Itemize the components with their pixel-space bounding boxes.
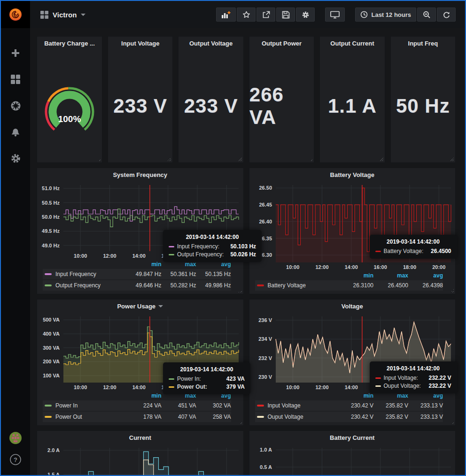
series-swatch xyxy=(169,378,174,380)
panel-title[interactable]: Input Freq xyxy=(391,37,455,50)
panel-output-power-stat: Output Power 266 VA xyxy=(249,36,314,163)
legend-header-avg[interactable]: avg xyxy=(408,272,443,279)
legend-row[interactable]: Power Out 178 VA 407 VA 258 VA xyxy=(43,412,231,422)
main-area: Victron xyxy=(30,1,465,475)
sidebar: ? xyxy=(1,1,30,475)
series-avg: 233.13 V xyxy=(408,402,443,409)
time-range-picker[interactable]: Last 12 hours xyxy=(355,8,416,22)
tooltip-row: Input Frequency: 50.103 Hz xyxy=(169,243,256,250)
battery-current-plot[interactable]: 1.0 A0.5 A xyxy=(249,444,456,475)
tooltip-row: Power Out: 379 VA xyxy=(169,384,245,390)
panel-title-text: System Frequency xyxy=(113,171,167,178)
panel-title[interactable]: Output Voltage xyxy=(179,37,243,50)
panel-title[interactable]: Battery Voltage xyxy=(249,168,456,181)
stat-body: 1.1 A xyxy=(320,50,384,162)
tooltip-row: Input Voltage: 232.22 V xyxy=(375,375,451,381)
sidebar-item-alerting[interactable] xyxy=(8,125,23,139)
series-swatch xyxy=(257,284,264,286)
legend-header-max[interactable]: max xyxy=(373,272,408,279)
panel-title[interactable]: Output Power xyxy=(249,37,314,50)
stat-body: 50 Hz xyxy=(391,50,455,162)
panel-title[interactable]: Battery Current xyxy=(249,431,456,444)
panel-title[interactable]: Output Current xyxy=(320,37,384,50)
svg-text:50.0 Hz: 50.0 Hz xyxy=(42,214,60,220)
chart-row-1: System Frequency 10:0012:0014:0016:0018:… xyxy=(37,168,456,294)
svg-text:18:00: 18:00 xyxy=(403,264,416,270)
legend-header-min[interactable]: min xyxy=(127,261,162,268)
series-min: 49.646 Hz xyxy=(127,282,162,289)
legend-header-max[interactable]: max xyxy=(373,392,408,399)
tooltip-time: 2019-03-14 14:42:00 xyxy=(375,238,451,245)
kiosk-mode-button[interactable] xyxy=(325,8,345,22)
dashboard-picker[interactable]: Victron xyxy=(40,11,85,19)
legend-row[interactable]: Input Frequency 49.847 Hz 50.361 Hz 50.1… xyxy=(43,269,231,279)
panel-title-text: Battery Charge ... xyxy=(44,40,95,47)
svg-text:2.0 A: 2.0 A xyxy=(47,447,60,453)
panel-title[interactable]: Battery Charge ... xyxy=(37,37,102,50)
tooltip-row: Battery Voltage: 26.4500 xyxy=(375,248,451,254)
monitor-icon xyxy=(330,11,340,19)
star-button[interactable] xyxy=(237,8,256,22)
series-max: 235.82 V xyxy=(373,402,408,409)
share-icon xyxy=(262,11,270,19)
sidebar-item-configuration[interactable] xyxy=(8,151,23,165)
panel-input-voltage-stat: Input Voltage 233 V xyxy=(108,36,173,163)
current-plot[interactable]: 2.0 A1.5 A xyxy=(37,444,243,475)
panel-title[interactable]: System Frequency xyxy=(37,168,243,181)
svg-text:12:00: 12:00 xyxy=(103,384,116,390)
legend-row[interactable]: Output Frequency 49.646 Hz 50.282 Hz 49.… xyxy=(43,280,231,291)
zoom-out-icon xyxy=(423,11,431,19)
legend-header-min[interactable]: min xyxy=(339,392,373,399)
share-button[interactable] xyxy=(256,8,275,22)
svg-text:232 V: 232 V xyxy=(258,355,272,361)
dashboard-title: Victron xyxy=(53,11,77,19)
legend-header-min[interactable]: min xyxy=(127,392,162,399)
legend-header-avg[interactable]: avg xyxy=(408,392,443,399)
legend-row[interactable]: Input Voltage 230.42 V 235.82 V 233.13 V xyxy=(255,400,443,411)
sidebar-item-explore[interactable] xyxy=(8,99,23,113)
panel-system-frequency: System Frequency 10:0012:0014:0016:0018:… xyxy=(37,168,244,294)
panel-title[interactable]: Power Usage xyxy=(37,299,243,313)
legend-row[interactable]: Power In 224 VA 451 VA 302 VA xyxy=(43,400,231,411)
panel-title-text: Input Freq xyxy=(408,40,438,47)
legend-header-max[interactable]: max xyxy=(162,261,196,268)
user-avatar[interactable] xyxy=(8,431,23,445)
panel-title-text: Battery Current xyxy=(330,434,374,441)
stat-value: 266 VA xyxy=(249,84,314,129)
panel-title[interactable]: Voltage xyxy=(249,299,456,313)
graph-tooltip: 2019-03-14 14:42:00 Power In: 423 VA Pow… xyxy=(163,362,250,394)
panel-menu-caret-icon xyxy=(158,305,163,307)
series-swatch xyxy=(375,385,381,387)
save-button[interactable] xyxy=(276,8,295,22)
legend-header-min[interactable]: min xyxy=(339,272,373,279)
stat-value: 50 Hz xyxy=(396,95,450,117)
help-button[interactable]: ? xyxy=(8,453,23,467)
legend: min max avg Battery Voltage 26.3100 26.4… xyxy=(249,271,456,294)
series-swatch xyxy=(45,405,52,407)
sidebar-item-create[interactable] xyxy=(8,46,23,60)
panel-title[interactable]: Current xyxy=(37,431,243,444)
legend-row[interactable]: Ouput Voltage 230.42 V 235.82 V 233.13 V xyxy=(255,412,443,422)
grafana-logo[interactable] xyxy=(1,1,30,28)
zoom-out-button[interactable] xyxy=(417,8,436,22)
save-icon xyxy=(282,11,290,19)
battery-charge-gauge: 100% xyxy=(37,50,102,164)
series-max: 50.361 Hz xyxy=(162,271,196,277)
panel-battery-current: Battery Current 1.0 A0.5 A xyxy=(249,430,456,475)
settings-button[interactable] xyxy=(296,8,315,22)
panel-title[interactable]: Input Voltage xyxy=(108,37,172,50)
svg-text:10:00: 10:00 xyxy=(74,253,87,259)
add-panel-button[interactable] xyxy=(216,8,236,22)
sidebar-item-dashboards[interactable] xyxy=(8,72,23,86)
legend-row[interactable]: Battery Voltage 26.3100 26.4500 26.4398 xyxy=(255,280,443,291)
series-swatch xyxy=(169,254,174,255)
svg-text:14:00: 14:00 xyxy=(344,384,357,390)
sidebar-menu xyxy=(8,46,23,165)
tooltip-row: Ouput Voltage: 232.22 V xyxy=(375,383,451,389)
refresh-button[interactable] xyxy=(437,8,456,22)
series-avg: 258 VA xyxy=(196,414,231,420)
legend-header-avg[interactable]: avg xyxy=(196,261,231,268)
tooltip-time: 2019-03-14 14:42:00 xyxy=(375,365,451,372)
panel-title-text: Output Voltage xyxy=(189,40,233,47)
series-avg: 50.135 Hz xyxy=(196,271,231,277)
